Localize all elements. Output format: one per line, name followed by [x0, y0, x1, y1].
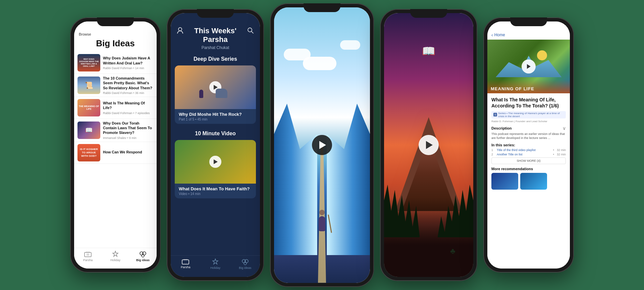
hero-sun — [537, 50, 547, 60]
p4-screen: 📖 ♣ — [384, 13, 473, 277]
svg-rect-1 — [87, 253, 89, 256]
p2-header: This Weeks' Parsha Parshat Chukat — [171, 13, 260, 53]
p1-screen: Browse Big Ideas WHY DOES JUDAISM NEED T… — [74, 21, 157, 269]
item-text: The 10 Commandments Seem Pretty Basic. W… — [103, 76, 153, 95]
thumb-oral-law: WHY DOES JUDAISM NEED THE WRITTEN LAW & … — [77, 54, 100, 71]
series-item-2[interactable]: 2 Another Title on list • 32 min — [491, 153, 566, 156]
series-dot-1: • — [553, 148, 554, 152]
nav-item-big-ideas[interactable]: Big ideas — [129, 251, 157, 262]
rec-thumb-2[interactable] — [520, 173, 547, 190]
phone-5-detail-view: ‹ Home MEANING OF — [483, 17, 574, 273]
item-title: The 10 Commandments Seem Pretty Basic. W… — [103, 76, 153, 90]
wave-left — [274, 104, 317, 255]
cloud-right — [340, 40, 360, 50]
p2-nav-big-ideas[interactable]: Big ideas — [230, 258, 260, 270]
p2-nav-parsha[interactable]: Parsha — [171, 258, 201, 270]
svg-point-4 — [142, 254, 144, 257]
list-item[interactable]: THE MEANING OF LIFE What Is The Meaning … — [74, 97, 157, 119]
thumb-meaning: THE MEANING OF LIFE — [77, 99, 100, 116]
rec-thumb-1[interactable] — [491, 173, 518, 190]
play-icon — [319, 141, 326, 149]
series-tag: S — [493, 113, 497, 116]
recommendations-row — [491, 173, 566, 190]
search-icon-btn[interactable] — [247, 27, 255, 35]
p2-nav-label-big-ideas: Big ideas — [239, 266, 251, 270]
p5-content: What Is The Meaning Of Life, According T… — [487, 93, 570, 269]
hero-play-button[interactable] — [522, 59, 536, 74]
notch-3 — [304, 3, 340, 12]
description-text: This podcast represents an earlier versi… — [491, 132, 566, 140]
series-dur-1: 32 min — [557, 148, 566, 152]
nav-label-holiday: Holiday — [110, 258, 120, 262]
p1-title: Big Ideas — [74, 37, 157, 52]
p2-card-moshe-meta: Part 1 of 5 • 45 min — [179, 117, 252, 121]
svg-marker-11 — [527, 64, 531, 69]
svg-rect-7 — [182, 260, 189, 264]
video-title: What Is The Meaning Of Life, According T… — [491, 97, 566, 109]
list-item[interactable]: IS IT KOSHER TO ARGUE WITH GOD? How Can … — [74, 142, 157, 164]
svg-point-5 — [178, 28, 182, 31]
show-more-button[interactable]: SHOW MORE (4) — [491, 157, 566, 164]
series-dur-2: 32 min — [557, 153, 566, 156]
chevron-down-icon[interactable]: ∨ — [562, 126, 566, 131]
p2-card-faith[interactable]: What Does It Mean To Have Faith? Video •… — [175, 140, 256, 198]
back-arrow-icon[interactable]: ‹ — [491, 32, 493, 38]
svg-point-6 — [248, 28, 252, 32]
svg-point-10 — [244, 262, 247, 265]
p2-nav-holiday[interactable]: Holiday — [201, 258, 230, 270]
p1-bottom-nav: Parsha Holiday Big ideas — [74, 248, 157, 269]
p5-screen: ‹ Home MEANING OF — [487, 21, 570, 269]
more-recs-label: More recommendations — [491, 167, 566, 171]
p2-card-moshe[interactable]: Why Did Moshe Hit The Rock? Part 1 of 5 … — [175, 65, 256, 124]
list-item[interactable]: WHY DOES JUDAISM NEED THE WRITTEN LAW & … — [74, 52, 157, 74]
play-button-faith[interactable] — [209, 156, 221, 168]
series-num-2: 2 — [491, 153, 495, 156]
p2-title-block: This Weeks' Parsha Parshat Chukat — [184, 27, 247, 50]
nav-item-holiday[interactable]: Holiday — [102, 251, 129, 262]
list-item[interactable]: 📖 Why Does Our Torah Contain Laws That S… — [74, 119, 157, 142]
item-meta: Rabbi David Fohrman • 14 min — [103, 66, 153, 70]
series-dot-2: • — [553, 153, 554, 156]
phone-2-this-weeks-parsha: This Weeks' Parsha Parshat Chukat Deep D… — [167, 9, 264, 281]
notch-2 — [197, 9, 234, 18]
figure-body — [319, 216, 325, 231]
phone-1-browse-big-ideas: Browse Big Ideas WHY DOES JUDAISM NEED T… — [70, 17, 161, 273]
p2-bottom-nav: Parsha Holiday Big ideas — [171, 255, 260, 277]
tablets-icon: 📖 — [422, 45, 435, 57]
nav-label-big-ideas: Big ideas — [136, 258, 150, 262]
item-title: Why Does Judaism Have A Written And Oral… — [103, 56, 153, 65]
p5-hero-image: MEANING OF LIFE — [487, 40, 570, 93]
item-text: Why Does Judaism Have A Written And Oral… — [103, 56, 153, 70]
in-series-label: In this series: — [491, 143, 566, 147]
play-icon — [426, 141, 433, 149]
author-label: Rabbi D. Fohrman | Founder and Lead Scho… — [491, 120, 566, 123]
item-title: How Can We Respond — [103, 150, 153, 154]
p2-card-moshe-info: Why Did Moshe Hit The Rock? Part 1 of 5 … — [175, 109, 256, 124]
hero-badge: MEANING OF LIFE — [487, 80, 570, 93]
item-title: What Is The Meaning Of Life? — [103, 101, 153, 110]
person-icon-btn[interactable] — [176, 27, 184, 35]
item-title: Why Does Our Torah Contain Laws That See… — [103, 121, 153, 135]
p2-card-faith-title: What Does It Mean To Have Faith? — [179, 186, 252, 191]
p4-background: 📖 ♣ — [384, 13, 473, 277]
p3-screen — [274, 7, 370, 283]
big-ideas-icon — [139, 251, 147, 257]
nav-label-parsha: Parsha — [83, 258, 93, 262]
series-badge: S Series • The meaning of Hanna's prayer… — [491, 111, 566, 118]
list-item[interactable]: 📜 The 10 Commandments Seem Pretty Basic.… — [74, 74, 157, 97]
play-triangle-icon — [214, 159, 218, 164]
thumb-argue: IS IT KOSHER TO ARGUE WITH GOD? — [77, 144, 100, 161]
description-section-label: Description — [491, 126, 512, 130]
notch-5 — [510, 17, 547, 26]
series-item-1[interactable]: 1 Title of the third video playlist • 32… — [491, 148, 566, 152]
nav-item-parsha[interactable]: Parsha — [74, 251, 102, 262]
p2-nav-label-holiday: Holiday — [210, 266, 220, 270]
play-button-mountain[interactable] — [419, 135, 439, 155]
item-text: How Can We Respond — [103, 150, 153, 155]
p2-main-title: This Weeks' Parsha — [184, 27, 247, 44]
p2-card-faith-meta: Video • 14 min — [179, 192, 252, 196]
moses-figure — [315, 210, 329, 233]
item-meta: Immanuel Shalev • 9 min — [103, 136, 153, 140]
back-label[interactable]: Home — [494, 33, 505, 37]
play-button-center[interactable] — [312, 135, 332, 155]
